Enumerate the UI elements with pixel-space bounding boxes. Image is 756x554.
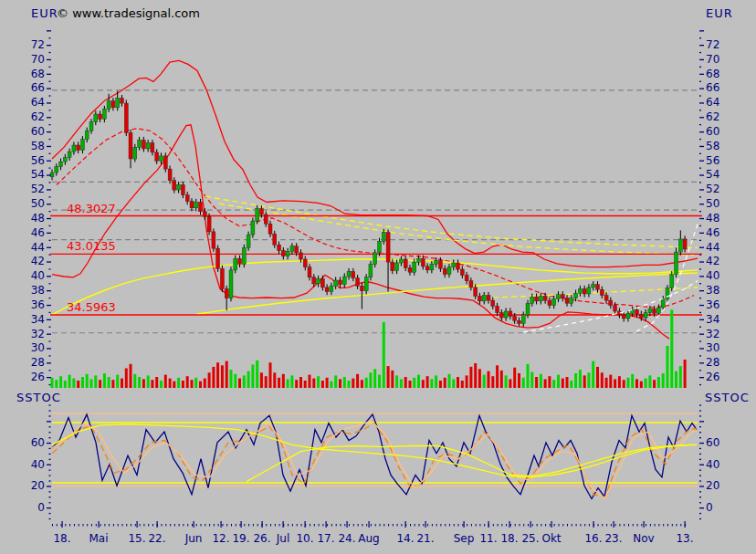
volume-bar [326,378,329,388]
y-axis-label-left: 72 [14,39,45,50]
x-tick-major [509,521,510,528]
volume-bar [243,375,246,388]
x-tick-major [369,521,370,528]
candle-down [491,300,495,306]
volume-bar [422,380,425,388]
y-tick-left [49,340,51,341]
y-tick-right [699,74,704,75]
x-tick-dot [532,524,533,527]
volume-bar [469,367,472,388]
x-tick-dot [353,524,354,527]
candle-down [391,262,394,271]
x-tick-dot [393,524,394,527]
x-tick-dot [576,524,577,527]
candle-down [356,278,360,287]
volume-bar [334,375,337,388]
y-axis-label-right: 34 [706,314,737,325]
y-tick-right [699,283,701,284]
x-tick-dot [471,524,472,527]
volume-bar [527,364,530,388]
volume-bar [177,378,180,388]
y-tick-left [47,218,51,219]
volume-bar [226,361,228,388]
sstoc-tick-left [49,470,51,471]
candle-down [518,320,521,323]
volume-bar [317,376,320,388]
x-axis-label: 21. [416,533,434,544]
chart-canvas[interactable] [0,0,756,554]
candle-down [653,309,656,314]
right-axis-unit: EUR [706,7,733,19]
candle-up [242,247,246,264]
candle-down [129,133,132,160]
x-tick-dot [667,524,668,527]
y-tick-right [699,233,704,234]
x-axis-label: 25. [521,533,539,544]
x-tick-dot [650,524,651,527]
candle-up [63,157,67,162]
volume-bar [273,372,276,388]
x-tick-dot [537,524,538,527]
x-tick-dot [515,524,516,527]
y-tick-right [699,161,704,162]
x-tick-dot [69,524,70,527]
x-tick-dot [257,524,258,527]
candle-up [94,114,98,122]
x-tick-dot [550,524,551,527]
y-tick-left [49,240,51,241]
volume-bar [500,371,503,388]
x-tick-dot [658,524,659,527]
sstoc-tick-left [49,426,51,427]
candle-down [548,300,551,306]
volume-bar [108,377,110,388]
x-tick-dot [419,524,420,527]
y-axis-label-right: 66 [706,82,737,93]
volume-bar [182,381,184,388]
y-tick-left [47,74,51,75]
x-tick-dot [624,524,625,527]
volume-bar [216,362,219,388]
y-tick-left [47,247,51,248]
volume-bar [221,365,224,388]
x-axis-label: Jun [185,533,203,544]
candle-up [447,267,451,275]
x-tick-dot [580,524,581,527]
candle-up [557,295,561,299]
volume-bar [395,375,398,388]
y-tick-left [49,211,51,212]
volume-bar [452,379,455,388]
candle-up [138,141,142,148]
x-tick-dot [104,524,105,527]
y-axis-label-left: 38 [14,285,45,296]
candle-up [430,265,434,270]
x-tick-major [305,521,306,528]
candle-up [504,311,508,318]
sstoc-tick-right [699,448,701,449]
x-axis-label: Aug [358,533,379,544]
candle-down [303,259,307,267]
y-tick-right [699,153,701,154]
x-tick-dot [628,524,629,527]
y-tick-right [699,377,704,378]
volume-bar [321,381,324,388]
volume-bar [251,365,254,389]
volume-bar [138,377,141,388]
x-tick-dot [135,524,136,527]
x-tick-dot [454,524,455,527]
candle-down [312,277,316,284]
copyright-label: © www.tradesignal.com [57,7,200,19]
volume-bar [230,370,233,388]
volume-bar [212,367,215,388]
candle-up [55,167,58,172]
candle-up [539,296,542,301]
candle-up [452,263,456,267]
volume-bar [579,370,582,388]
x-tick-dot [65,524,66,527]
volume-bar [155,377,158,388]
candle-down [308,267,311,277]
sstoc-tick-left [47,507,51,508]
volume-bar [160,381,163,388]
y-tick-left [47,377,51,378]
candle-down [173,181,176,190]
y-axis-label-left: 68 [14,68,45,79]
